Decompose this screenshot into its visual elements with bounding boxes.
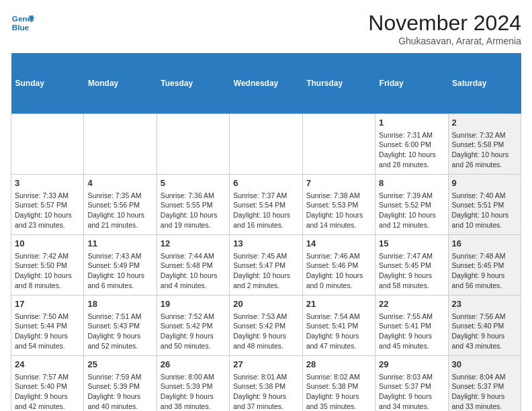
weekday-header-wednesday: Wednesday xyxy=(230,53,302,113)
day-info: Sunrise: 7:39 AM Sunset: 5:52 PM Dayligh… xyxy=(379,191,444,230)
calendar-cell: 8Sunrise: 7:39 AM Sunset: 5:52 PM Daylig… xyxy=(375,174,448,234)
day-number: 14 xyxy=(306,238,371,250)
day-info: Sunrise: 7:31 AM Sunset: 6:00 PM Dayligh… xyxy=(379,130,444,170)
day-info: Sunrise: 8:01 AM Sunset: 5:38 PM Dayligh… xyxy=(233,372,298,411)
day-info: Sunrise: 8:04 AM Sunset: 5:37 PM Dayligh… xyxy=(452,372,517,411)
day-number: 13 xyxy=(233,238,298,250)
day-number: 28 xyxy=(306,359,371,371)
calendar-cell: 24Sunrise: 7:57 AM Sunset: 5:40 PM Dayli… xyxy=(11,355,84,411)
day-info: Sunrise: 7:51 AM Sunset: 5:43 PM Dayligh… xyxy=(87,312,152,351)
day-info: Sunrise: 7:55 AM Sunset: 5:41 PM Dayligh… xyxy=(379,312,444,351)
day-info: Sunrise: 7:40 AM Sunset: 5:51 PM Dayligh… xyxy=(452,191,517,230)
calendar-cell: 27Sunrise: 8:01 AM Sunset: 5:38 PM Dayli… xyxy=(230,355,302,411)
calendar-cell: 10Sunrise: 7:42 AM Sunset: 5:50 PM Dayli… xyxy=(11,234,84,295)
calendar-cell: 1Sunrise: 7:31 AM Sunset: 6:00 PM Daylig… xyxy=(375,113,448,174)
calendar-cell: 17Sunrise: 7:50 AM Sunset: 5:44 PM Dayli… xyxy=(11,295,84,355)
calendar-body: 1Sunrise: 7:31 AM Sunset: 6:00 PM Daylig… xyxy=(11,113,521,411)
calendar-cell: 2Sunrise: 7:32 AM Sunset: 5:58 PM Daylig… xyxy=(448,113,521,174)
calendar-cell: 7Sunrise: 7:38 AM Sunset: 5:53 PM Daylig… xyxy=(302,174,375,234)
calendar-cell: 30Sunrise: 8:04 AM Sunset: 5:37 PM Dayli… xyxy=(448,355,521,411)
calendar-cell: 23Sunrise: 7:56 AM Sunset: 5:40 PM Dayli… xyxy=(448,295,521,355)
svg-text:Blue: Blue xyxy=(12,23,30,32)
week-row-3: 10Sunrise: 7:42 AM Sunset: 5:50 PM Dayli… xyxy=(11,234,521,295)
calendar-cell: 28Sunrise: 8:02 AM Sunset: 5:38 PM Dayli… xyxy=(302,355,375,411)
title-block: November 2024 Ghukasavan, Ararat, Armeni… xyxy=(368,11,521,46)
day-number: 26 xyxy=(161,359,226,371)
page-header: General Blue November 2024 Ghukasavan, A… xyxy=(11,11,521,46)
calendar-cell: 3Sunrise: 7:33 AM Sunset: 5:57 PM Daylig… xyxy=(11,174,84,234)
day-number: 27 xyxy=(233,359,298,371)
calendar-cell: 29Sunrise: 8:03 AM Sunset: 5:37 PM Dayli… xyxy=(375,355,448,411)
day-number: 2 xyxy=(452,117,517,129)
weekday-header-monday: Monday xyxy=(84,53,157,113)
calendar-cell: 11Sunrise: 7:43 AM Sunset: 5:49 PM Dayli… xyxy=(84,234,157,295)
calendar-cell: 21Sunrise: 7:54 AM Sunset: 5:41 PM Dayli… xyxy=(302,295,375,355)
day-number: 1 xyxy=(379,117,444,129)
logo-icon: General Blue xyxy=(11,11,35,35)
week-row-2: 3Sunrise: 7:33 AM Sunset: 5:57 PM Daylig… xyxy=(11,174,521,234)
day-info: Sunrise: 7:46 AM Sunset: 5:46 PM Dayligh… xyxy=(306,251,371,291)
day-number: 19 xyxy=(161,298,226,310)
day-info: Sunrise: 7:59 AM Sunset: 5:39 PM Dayligh… xyxy=(87,372,152,411)
calendar-cell: 14Sunrise: 7:46 AM Sunset: 5:46 PM Dayli… xyxy=(302,234,375,295)
day-number: 6 xyxy=(233,177,298,189)
day-info: Sunrise: 7:37 AM Sunset: 5:54 PM Dayligh… xyxy=(233,191,298,230)
weekday-header-tuesday: Tuesday xyxy=(157,53,229,113)
day-number: 4 xyxy=(87,177,152,189)
day-number: 24 xyxy=(15,359,80,371)
day-info: Sunrise: 7:50 AM Sunset: 5:44 PM Dayligh… xyxy=(15,312,80,351)
weekday-header-row: SundayMondayTuesdayWednesdayThursdayFrid… xyxy=(11,53,521,113)
day-info: Sunrise: 8:02 AM Sunset: 5:38 PM Dayligh… xyxy=(306,372,371,411)
day-info: Sunrise: 8:00 AM Sunset: 5:39 PM Dayligh… xyxy=(161,372,226,411)
day-number: 15 xyxy=(379,238,444,250)
day-number: 20 xyxy=(233,298,298,310)
day-info: Sunrise: 7:54 AM Sunset: 5:41 PM Dayligh… xyxy=(306,312,371,351)
logo: General Blue xyxy=(11,11,35,35)
day-number: 7 xyxy=(306,177,371,189)
day-info: Sunrise: 7:57 AM Sunset: 5:40 PM Dayligh… xyxy=(15,372,80,411)
day-number: 23 xyxy=(452,298,517,310)
calendar-cell: 12Sunrise: 7:44 AM Sunset: 5:48 PM Dayli… xyxy=(157,234,229,295)
week-row-4: 17Sunrise: 7:50 AM Sunset: 5:44 PM Dayli… xyxy=(11,295,521,355)
weekday-header-friday: Friday xyxy=(375,53,448,113)
calendar-cell xyxy=(84,113,157,174)
calendar-header: SundayMondayTuesdayWednesdayThursdayFrid… xyxy=(11,53,521,113)
day-number: 3 xyxy=(15,177,80,189)
month-title: November 2024 xyxy=(368,11,521,36)
day-info: Sunrise: 7:45 AM Sunset: 5:47 PM Dayligh… xyxy=(233,251,298,291)
day-info: Sunrise: 7:43 AM Sunset: 5:49 PM Dayligh… xyxy=(87,251,152,291)
day-number: 12 xyxy=(161,238,226,250)
day-number: 17 xyxy=(15,298,80,310)
day-number: 11 xyxy=(87,238,152,250)
calendar-cell xyxy=(11,113,84,174)
day-info: Sunrise: 7:52 AM Sunset: 5:42 PM Dayligh… xyxy=(161,312,226,351)
day-number: 9 xyxy=(452,177,517,189)
weekday-header-thursday: Thursday xyxy=(302,53,375,113)
day-info: Sunrise: 7:44 AM Sunset: 5:48 PM Dayligh… xyxy=(161,251,226,291)
day-info: Sunrise: 7:47 AM Sunset: 5:45 PM Dayligh… xyxy=(379,251,444,291)
calendar-cell: 16Sunrise: 7:48 AM Sunset: 5:45 PM Dayli… xyxy=(448,234,521,295)
calendar-cell: 18Sunrise: 7:51 AM Sunset: 5:43 PM Dayli… xyxy=(84,295,157,355)
day-info: Sunrise: 7:32 AM Sunset: 5:58 PM Dayligh… xyxy=(452,130,517,170)
day-info: Sunrise: 7:36 AM Sunset: 5:55 PM Dayligh… xyxy=(161,191,226,230)
day-info: Sunrise: 7:48 AM Sunset: 5:45 PM Dayligh… xyxy=(452,251,517,291)
day-number: 29 xyxy=(379,359,444,371)
day-number: 18 xyxy=(87,298,152,310)
week-row-5: 24Sunrise: 7:57 AM Sunset: 5:40 PM Dayli… xyxy=(11,355,521,411)
week-row-1: 1Sunrise: 7:31 AM Sunset: 6:00 PM Daylig… xyxy=(11,113,521,174)
day-number: 5 xyxy=(161,177,226,189)
calendar-cell: 15Sunrise: 7:47 AM Sunset: 5:45 PM Dayli… xyxy=(375,234,448,295)
calendar-cell xyxy=(230,113,302,174)
calendar-cell: 13Sunrise: 7:45 AM Sunset: 5:47 PM Dayli… xyxy=(230,234,302,295)
calendar-cell: 20Sunrise: 7:53 AM Sunset: 5:42 PM Dayli… xyxy=(230,295,302,355)
day-info: Sunrise: 7:53 AM Sunset: 5:42 PM Dayligh… xyxy=(233,312,298,351)
day-number: 10 xyxy=(15,238,80,250)
calendar-cell: 4Sunrise: 7:35 AM Sunset: 5:56 PM Daylig… xyxy=(84,174,157,234)
day-number: 25 xyxy=(87,359,152,371)
calendar-cell: 26Sunrise: 8:00 AM Sunset: 5:39 PM Dayli… xyxy=(157,355,229,411)
day-info: Sunrise: 7:56 AM Sunset: 5:40 PM Dayligh… xyxy=(452,312,517,351)
day-number: 22 xyxy=(379,298,444,310)
day-info: Sunrise: 7:38 AM Sunset: 5:53 PM Dayligh… xyxy=(306,191,371,230)
day-number: 21 xyxy=(306,298,371,310)
day-info: Sunrise: 7:33 AM Sunset: 5:57 PM Dayligh… xyxy=(15,191,80,230)
